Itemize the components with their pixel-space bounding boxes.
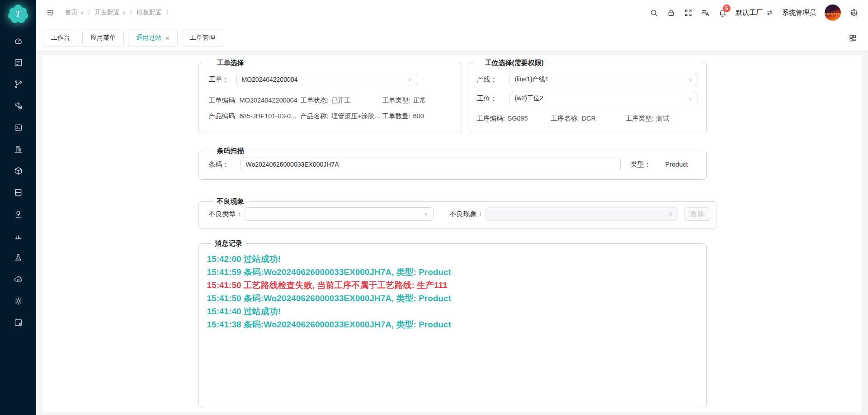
search-icon[interactable]	[650, 9, 658, 17]
factory-doc-icon[interactable]	[14, 145, 23, 154]
package-icon[interactable]	[14, 166, 23, 176]
info-product-code: 产品编码:685-JHF101-03-0...	[209, 112, 301, 121]
station-select-value: (w2)工位2	[515, 94, 543, 103]
bar-chart-icon[interactable]	[14, 231, 23, 241]
message-log-legend: 消息记录	[212, 239, 246, 248]
breadcrumb: 首页∨ / 开发配置∨ / 模板配置 /	[65, 9, 173, 17]
message-row: 15:41:59 条码:Wo20240626000033EX000JH7A, 类…	[207, 266, 697, 279]
work-order-select-label: 工单：	[209, 75, 229, 84]
fullscreen-icon[interactable]	[684, 9, 693, 17]
chevron-down-icon: ∨	[122, 10, 126, 16]
barcode-type-label: 类型：	[631, 160, 651, 169]
station-fieldset: 工位选择(需要权限) 产线： (line1)产线1 ∨ 工位： (w2)工位2 …	[470, 59, 707, 133]
tab-workbench[interactable]: 工作台	[43, 29, 78, 47]
work-order-select-value: MO2024042200004	[242, 76, 298, 83]
menu-fold-icon[interactable]	[46, 9, 54, 17]
settings-icon[interactable]	[14, 296, 23, 306]
dashboard-icon[interactable]	[14, 36, 23, 46]
lock-icon[interactable]	[667, 9, 675, 17]
route-dispatch-icon[interactable]	[14, 101, 23, 111]
line-select-label: 产线：	[477, 75, 497, 84]
logo-cloud-icon: T	[8, 4, 28, 24]
factory-switcher[interactable]: 默认工厂	[736, 9, 774, 17]
info-order-qty: 工单数量:600	[382, 112, 453, 121]
tab-layout-grid-icon[interactable]	[849, 34, 868, 42]
menu-manage-icon[interactable]	[14, 58, 23, 67]
chevron-down-icon: ∨	[408, 76, 412, 83]
person-station-icon[interactable]	[14, 210, 23, 219]
swap-icon	[766, 9, 774, 17]
station-select-label: 工位：	[477, 94, 497, 103]
user-name[interactable]: 系统管理员	[782, 9, 816, 17]
app-logo[interactable]: T	[0, 0, 36, 28]
tab-app-menu[interactable]: 应用菜单	[82, 29, 124, 47]
main-panel: 工单选择 工单： MO2024042200004 ∨ 工单编码:MO202404…	[43, 56, 862, 412]
station-select[interactable]: (w2)工位2 ∨	[509, 92, 698, 105]
defect-fieldset: 不良现象 不良类型： ∨ 不良现象： ∨ 清 除	[198, 197, 717, 228]
info-product-name: 产品名称:埋管滚压+涂胶，...	[301, 112, 382, 121]
barcode-type-value: Product	[665, 161, 688, 168]
terminal-icon[interactable]	[14, 123, 23, 132]
flask-test-icon[interactable]	[14, 253, 23, 262]
defect-legend: 不良现象	[213, 197, 248, 206]
message-row: 15:41:50 条码:Wo20240626000033EX000JH7A, 类…	[207, 292, 697, 305]
chevron-down-icon: ∨	[80, 10, 84, 16]
breadcrumb-separator: /	[130, 9, 132, 16]
barcode-input[interactable]	[241, 158, 621, 171]
work-order-select[interactable]: MO2024042200004 ∨	[236, 73, 417, 86]
defect-phenomenon-label: 不良现象：	[450, 210, 484, 219]
tab-work-order-manage[interactable]: 工单管理	[182, 29, 223, 47]
defect-type-label: 不良类型：	[209, 210, 243, 219]
message-row: 15:41:38 条码:Wo20240626000033EX000JH7A, 类…	[207, 318, 697, 331]
close-icon[interactable]: ×	[165, 35, 170, 42]
barcode-input-label: 条码：	[209, 160, 229, 169]
clear-button[interactable]: 清 除	[684, 207, 710, 221]
message-row: 15:41:50 工艺路线检查失败, 当前工序不属于工艺路线: 生产111	[207, 279, 697, 292]
info-process-name: 工序名称:DCR	[551, 114, 626, 123]
svg-text:T: T	[15, 8, 22, 19]
barcode-legend: 条码扫描	[213, 147, 248, 155]
info-order-status: 工单状态:已开工	[301, 96, 382, 105]
breadcrumb-home[interactable]: 首页∨	[65, 9, 84, 17]
header-actions: 6 默认工厂 系统管理员 FIGHTERS	[650, 5, 868, 21]
line-select-value: (line1)产线1	[515, 75, 549, 84]
message-list: 15:42:00 过站成功!15:41:59 条码:Wo202406260000…	[207, 252, 697, 331]
tabs: 工作台 应用菜单 通用过站× 工单管理	[43, 29, 223, 47]
barcode-fieldset: 条码扫描 条码： 类型： Product	[198, 147, 707, 180]
flow-branch-icon[interactable]	[14, 79, 23, 89]
breadcrumb-separator: /	[88, 9, 90, 16]
storage-icon[interactable]	[14, 188, 23, 197]
header: 首页∨ / 开发配置∨ / 模板配置 / 6 默认工厂 系统管理员 FIGHTE…	[36, 0, 868, 25]
message-row: 15:42:00 过站成功!	[207, 252, 697, 266]
breadcrumb-dev-config[interactable]: 开发配置∨	[94, 9, 126, 17]
translate-icon[interactable]	[701, 9, 710, 17]
breadcrumb-separator: /	[166, 9, 168, 16]
notification-bell-icon[interactable]: 6	[718, 9, 727, 17]
line-select[interactable]: (line1)产线1 ∨	[509, 73, 698, 86]
monitor-icon[interactable]	[14, 318, 23, 327]
gear-icon[interactable]	[849, 9, 858, 17]
chevron-down-icon: ∨	[689, 95, 693, 102]
notification-badge: 6	[723, 5, 731, 12]
content-area: 工单选择 工单： MO2024042200004 ∨ 工单编码:MO202404…	[36, 51, 868, 415]
tab-generic-pass-station[interactable]: 通用过站×	[128, 29, 178, 47]
info-order-type: 工单类型:正常	[382, 96, 453, 105]
defect-phenomenon-select[interactable]: ∨	[486, 207, 678, 221]
info-order-code: 工单编码:MO2024042200004	[209, 96, 301, 105]
work-order-fieldset: 工单选择 工单： MO2024042200004 ∨ 工单编码:MO202404…	[198, 59, 462, 133]
work-order-legend: 工单选择	[213, 59, 248, 67]
sidebar: T	[0, 0, 36, 415]
station-legend: 工位选择(需要权限)	[481, 59, 547, 67]
message-log-fieldset: 消息记录 15:42:00 过站成功!15:41:59 条码:Wo2024062…	[198, 239, 707, 407]
info-process-code: 工序编码:SG095	[477, 114, 551, 123]
chevron-down-icon: ∨	[669, 211, 673, 217]
defect-type-select[interactable]: ∨	[245, 207, 434, 221]
message-row: 15:41:40 过站成功!	[207, 305, 697, 318]
sidebar-nav	[14, 28, 23, 327]
avatar[interactable]: FIGHTERS	[825, 5, 841, 21]
breadcrumb-template-config[interactable]: 模板配置	[137, 9, 162, 17]
chevron-down-icon: ∨	[689, 76, 693, 83]
avatar-label: FIGHTERS	[825, 12, 841, 16]
cloud-device-icon[interactable]	[14, 275, 23, 284]
tabbar: 工作台 应用菜单 通用过站× 工单管理	[36, 25, 868, 51]
